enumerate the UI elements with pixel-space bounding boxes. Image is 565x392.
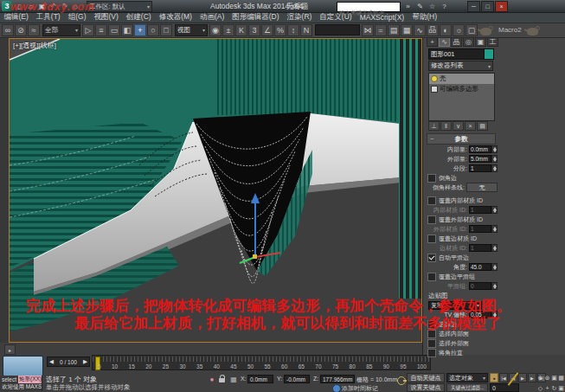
select-by-name-icon[interactable]: ≡ [95, 24, 107, 36]
rectangular-selection-region-icon[interactable]: ▭ [108, 24, 120, 36]
key-mode-toggle-button[interactable]: ● [490, 373, 498, 382]
menu-item-5[interactable]: 修改器(M) [155, 12, 196, 22]
checkbox[interactable] [427, 273, 436, 281]
z-coord-field[interactable]: 177.966mm [320, 375, 355, 383]
checkbox[interactable] [427, 196, 436, 205]
menu-item-3[interactable]: 视图(V) [90, 12, 122, 22]
checkbox[interactable] [427, 215, 436, 224]
param-value[interactable]: 0.0mm [469, 145, 491, 153]
configure-modifier-sets-button[interactable]: ▤ [477, 121, 488, 131]
absolute-mode-grid-icon[interactable]: ▦ [229, 375, 238, 383]
render-production-icon[interactable] [480, 28, 491, 35]
spinner-arrows[interactable] [491, 164, 498, 172]
remove-modifier-button[interactable]: × [465, 121, 476, 131]
spinner-down-icon[interactable] [493, 159, 497, 162]
param-value[interactable]: 0 [469, 282, 491, 290]
maximize-button[interactable]: □ [481, 1, 494, 12]
layer-manager-icon[interactable]: ▤ [388, 24, 400, 36]
selection-lock-icon[interactable] [219, 378, 225, 382]
viewport-label[interactable]: [+][透视][线框] [13, 41, 56, 50]
percent-snap-icon[interactable]: % [274, 24, 286, 36]
param-value[interactable]: 45.0 [469, 263, 491, 271]
selection-set-dropdown[interactable]: 选定对象 ▾ [446, 373, 488, 382]
maxscript-mini-listener[interactable]: 欢迎使用 MAXScr [0, 383, 42, 391]
curve-editor-icon[interactable]: ∿ [414, 24, 426, 36]
maxscript-macro-recorder[interactable]: select 矩形(XX) [0, 376, 42, 383]
set-key-button[interactable]: 设置关键点 [407, 383, 445, 392]
selection-filter-dropdown[interactable]: 全部▾ [42, 24, 80, 36]
mini-curve-editor-button[interactable]: ▸ [4, 344, 16, 355]
bevel-spline-button[interactable]: 无 [466, 183, 498, 192]
menu-item-8[interactable]: 渲染(R) [283, 12, 316, 22]
spinner-arrows[interactable] [491, 145, 498, 153]
spinner-down-icon[interactable] [493, 210, 497, 213]
time-ruler[interactable]: 5101520253035404550556065707580859095100 [92, 355, 431, 370]
spinner-arrows[interactable] [491, 282, 498, 290]
param-value[interactable]: 1 [469, 225, 491, 233]
spinner-arrows[interactable] [491, 244, 498, 252]
checkbox[interactable] [427, 339, 436, 348]
select-object-icon[interactable]: ▷ [82, 24, 94, 36]
render-setup-icon[interactable]: ☼ [453, 24, 465, 36]
object-name-field[interactable]: 图形001 [428, 48, 485, 60]
select-and-link-icon[interactable]: ∞ [2, 24, 14, 36]
key-filters-button[interactable]: 关键点过滤器... [446, 383, 488, 392]
zoom-icon[interactable]: ⊕ [537, 373, 543, 382]
ribbon-toggle-icon[interactable]: ▦ [401, 24, 413, 36]
menu-item-11[interactable]: 帮助(H) [408, 12, 441, 22]
spinner-snap-icon[interactable]: ↕ [287, 24, 299, 36]
auto-key-button[interactable]: 自动关键点 [407, 373, 445, 382]
help-icon[interactable]: ? [440, 2, 449, 11]
menu-item-1[interactable]: 工具(T) [32, 12, 64, 22]
next-frame-button[interactable]: ▶ [528, 373, 536, 382]
select-and-rotate-icon[interactable]: ○ [147, 24, 159, 36]
search-input[interactable] [337, 9, 400, 17]
go-to-start-button[interactable]: |◀ [499, 373, 508, 382]
keyboard-override-icon[interactable]: K [235, 24, 247, 36]
spinner-down-icon[interactable] [493, 169, 497, 171]
zoom-extents-icon[interactable]: ▣ [551, 373, 557, 382]
current-frame-field[interactable]: 0 [490, 383, 519, 392]
search-icon[interactable]: » [403, 2, 413, 11]
spinner-down-icon[interactable] [493, 286, 497, 289]
pencil-icon[interactable]: ✎ [415, 2, 425, 11]
param-value[interactable]: 1 [469, 206, 491, 214]
add-time-tag[interactable]: 添加时间标记 [342, 384, 378, 392]
spinner-arrows[interactable] [491, 225, 498, 233]
stack-row-1[interactable]: 可编辑多边形 [429, 84, 494, 94]
unlink-selection-icon[interactable]: ⊘ [15, 24, 27, 36]
close-button[interactable]: × [495, 1, 508, 12]
time-slider[interactable]: ◀ 0 / 100 ▶ [47, 357, 90, 367]
workspace-dropdown[interactable]: 工作区: 默认 ▾ [87, 1, 152, 12]
spinner-down-icon[interactable] [493, 229, 497, 232]
pan-icon[interactable]: + [544, 383, 550, 392]
param-value[interactable]: 1 [469, 164, 491, 172]
checkbox[interactable] [427, 235, 436, 243]
minimize-button[interactable]: ─ [467, 1, 480, 12]
named-selection-field[interactable] [315, 24, 360, 35]
stack-row-0[interactable]: 壳 [429, 74, 494, 84]
rendered-frame-icon[interactable]: ▢ [465, 24, 478, 36]
snap-toggle-icon[interactable]: 3 [248, 24, 260, 36]
menu-item-0[interactable]: 编辑(E) [0, 12, 32, 22]
checkbox[interactable] [427, 349, 436, 357]
bind-to-space-warp-icon[interactable]: ≈ [28, 24, 40, 36]
pin-stack-button[interactable]: ⊥ [428, 121, 440, 131]
zoom-all-icon[interactable]: ⊛ [544, 373, 550, 382]
play-button[interactable]: ▶ [518, 373, 527, 382]
menu-item-2[interactable]: 组(G) [64, 12, 90, 22]
menu-item-4[interactable]: 创建(C) [122, 12, 155, 22]
mirror-icon[interactable]: ⋈ [362, 24, 374, 36]
schematic-view-icon[interactable]: 品 [427, 24, 439, 36]
align-icon[interactable]: = [375, 24, 387, 36]
reference-coordinate-dropdown[interactable]: 视图▾ [175, 24, 208, 36]
checkbox[interactable] [427, 254, 436, 262]
macro-teapot-icon[interactable] [527, 28, 538, 35]
select-and-manipulate-icon[interactable]: ± [222, 24, 234, 36]
spinner-down-icon[interactable] [493, 150, 497, 152]
spinner-arrows[interactable] [491, 263, 498, 271]
modifier-list-dropdown[interactable]: 修改器列表 ▾ [428, 61, 493, 71]
orbit-icon[interactable]: ↻ [551, 383, 557, 392]
x-coord-field[interactable]: 0.0mm [247, 375, 273, 383]
spinner-down-icon[interactable] [493, 267, 497, 270]
